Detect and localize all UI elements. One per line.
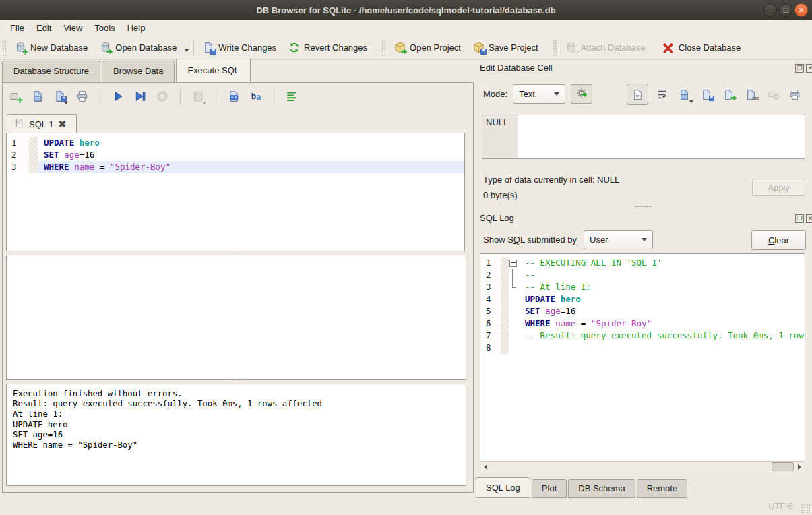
code-line: 2--: [480, 269, 805, 281]
execute-all-icon[interactable]: [111, 89, 125, 104]
log-filter-label: Show SQL submitted by: [483, 235, 577, 245]
sql-file-icon: [14, 118, 24, 130]
text-mode-icon[interactable]: [627, 84, 648, 105]
close-dock-icon[interactable]: ✕: [806, 214, 812, 223]
open-project-button[interactable]: Open Project: [388, 38, 467, 57]
scroll-right-icon[interactable]: [794, 462, 805, 472]
sql-log-dock-buttons: ❐ ✕: [795, 214, 812, 223]
log-horizontal-scrollbar[interactable]: [480, 461, 805, 472]
cell-type-info: Type of data currently in cell: NULL: [483, 175, 619, 185]
edit-cell-dock-buttons: ❐ ✕: [795, 64, 812, 73]
fold-margin: [509, 330, 519, 342]
code-line: 5SET age=16: [480, 305, 805, 317]
toolbar-separator: [193, 40, 194, 55]
minimize-icon[interactable]: –: [763, 3, 777, 17]
sql-file-tab[interactable]: SQL 1 ✖: [7, 114, 77, 133]
revert-changes-button[interactable]: Revert Changes: [282, 38, 373, 57]
sql-log-dock-title: SQL Log: [480, 213, 514, 223]
attach-database-button: Attach Database: [559, 38, 652, 57]
execution-results-pane[interactable]: Execution finished without errors. Resul…: [6, 384, 466, 486]
find-replace-icon[interactable]: [226, 89, 241, 104]
mode-combobox[interactable]: Text: [513, 84, 565, 104]
new-database-button[interactable]: New Database: [9, 38, 94, 57]
new-sql-tab-icon[interactable]: [8, 89, 23, 104]
open-project-icon: [394, 42, 406, 53]
menu-view[interactable]: View: [57, 21, 88, 35]
format-sql-icon[interactable]: [284, 89, 299, 104]
float-dock-icon[interactable]: ❐: [795, 214, 804, 223]
write-changes-icon: [203, 42, 214, 53]
menu-help[interactable]: Help: [121, 21, 152, 35]
scroll-left-icon[interactable]: [480, 462, 491, 472]
clear-log-button[interactable]: Clear: [751, 230, 806, 250]
toolbar-grip[interactable]: [381, 40, 386, 56]
splitter-handle[interactable]: [480, 205, 805, 208]
export-data-icon[interactable]: [720, 86, 737, 102]
save-project-button[interactable]: Save Project: [467, 38, 544, 57]
menu-file[interactable]: File: [4, 21, 30, 35]
code-line: 1UPDATE hero: [7, 137, 464, 149]
tab-database-structure[interactable]: Database Structure: [2, 61, 100, 82]
toolbar-separator: [274, 89, 274, 104]
open-database-button[interactable]: Open Database: [94, 38, 183, 57]
close-sql-tab-icon[interactable]: ✖: [58, 120, 66, 128]
tab-browse-data[interactable]: Browse Data: [102, 61, 175, 82]
toolbar-grip[interactable]: [553, 40, 557, 56]
sql-log-view[interactable]: 1-- EXECUTING ALL IN 'SQL 1'2--3-- At li…: [480, 253, 805, 472]
resize-grip[interactable]: [801, 504, 810, 513]
code-line: 6WHERE name = "Spider-Boy": [480, 317, 805, 330]
cell-editor-toolbar: [627, 84, 803, 105]
cell-mode-row: Mode: Text: [483, 84, 592, 104]
results-grid-pane[interactable]: [6, 255, 466, 380]
execute-current-line-icon[interactable]: [133, 89, 148, 104]
maximize-icon[interactable]: □: [779, 3, 792, 17]
window-title: DB Browser for SQLite - /home/user/code/…: [256, 5, 555, 16]
link-data-icon[interactable]: [743, 86, 759, 102]
chevron-down-icon: [554, 92, 559, 96]
print-sql-icon[interactable]: [75, 89, 90, 104]
edit-cell-dock-title: Edit Database Cell: [480, 63, 553, 73]
save-data-icon[interactable]: [699, 86, 715, 102]
float-dock-icon[interactable]: ❐: [795, 64, 804, 73]
code-line: 1-- EXECUTING ALL IN 'SQL 1': [480, 257, 805, 269]
close-database-button[interactable]: Close Database: [657, 38, 747, 57]
close-dock-icon[interactable]: ✕: [806, 64, 812, 73]
write-changes-button[interactable]: Write Changes: [197, 38, 282, 57]
code-line: 3WHERE name = "Spider-Boy": [7, 161, 464, 173]
code-line: 2SET age=16: [7, 149, 464, 161]
fold-marker-icon[interactable]: [509, 257, 519, 269]
new-database-icon: [15, 42, 26, 53]
tab-execute-sql[interactable]: Execute SQL: [176, 59, 251, 82]
fold-marker-icon: [509, 269, 519, 281]
apply-button: Apply: [752, 179, 805, 196]
main-toolbar: New Database Open Database Write Changes…: [0, 36, 812, 60]
toolbar-separator: [180, 89, 181, 104]
log-filter-combobox[interactable]: User: [584, 230, 653, 249]
import-data-icon[interactable]: [677, 86, 693, 102]
open-database-icon: [100, 42, 111, 53]
auto-complete-icon[interactable]: ba: [249, 89, 263, 104]
scrollbar-thumb[interactable]: [772, 462, 794, 471]
close-icon[interactable]: ✕: [794, 3, 808, 17]
open-database-dropdown-icon[interactable]: [184, 49, 189, 52]
fold-margin: [509, 293, 519, 305]
print-cell-icon[interactable]: [787, 86, 803, 102]
open-sql-file-icon[interactable]: [30, 89, 45, 104]
toolbar-grip[interactable]: [2, 40, 7, 56]
menu-edit[interactable]: Edit: [30, 21, 57, 35]
code-line: 4UPDATE hero: [480, 293, 805, 305]
auto-switch-mode-button[interactable]: [571, 84, 592, 104]
log-filter-row: Show SQL submitted by User: [483, 230, 653, 249]
save-results-icon: [191, 89, 206, 104]
sql-editor[interactable]: 1UPDATE hero2SET age=163WHERE name = "Sp…: [6, 133, 465, 251]
titlebar: DB Browser for SQLite - /home/user/code/…: [0, 0, 812, 21]
toolbar-separator: [100, 89, 100, 104]
save-sql-file-icon[interactable]: [53, 89, 67, 104]
execution-results-text: Execution finished without errors. Resul…: [7, 384, 466, 455]
app-window: DB Browser for SQLite - /home/user/code/…: [0, 0, 812, 515]
cell-value-editor[interactable]: NULL: [482, 115, 805, 159]
word-wrap-icon[interactable]: [654, 86, 670, 102]
menubar: File Edit View Tools Help: [0, 20, 812, 36]
window-controls: – □ ✕: [763, 3, 808, 17]
menu-tools[interactable]: Tools: [88, 21, 121, 35]
